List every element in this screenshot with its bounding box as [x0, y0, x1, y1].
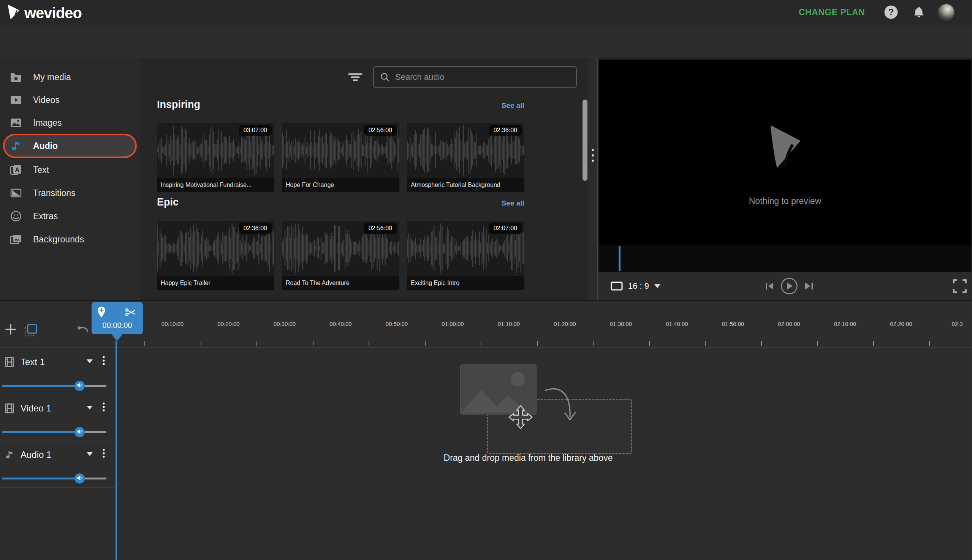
search-input[interactable] [394, 72, 572, 82]
ruler-tick [761, 341, 762, 346]
playhead-bubble[interactable]: 00:00:00 [92, 302, 143, 334]
playhead-time: 00:00:00 [92, 321, 143, 330]
sidebar-item-text[interactable]: AText [0, 158, 140, 182]
aspect-ratio-icon [611, 282, 623, 291]
aspect-ratio-selector[interactable]: 16 : 9 [611, 272, 660, 300]
dropzone-hint-text: Drag and drop media from the library abo… [376, 453, 680, 463]
ruler-time-label: 01:50:00 [722, 321, 744, 327]
audio-card[interactable]: 02:36:00Happy Epic Trailer [157, 221, 274, 290]
wevideo-logo[interactable]: wevideo [7, 4, 82, 22]
help-icon[interactable]: ? [884, 5, 898, 21]
see-all-link[interactable]: See all [502, 102, 524, 110]
video-preview-area: Nothing to preview [599, 60, 971, 245]
track-collapse-chevron-icon[interactable] [87, 359, 93, 363]
audio-card[interactable]: 02:56:00Road To The Adventure [282, 221, 399, 290]
resize-handle-dot [592, 154, 594, 157]
playhead-bubble-tail [112, 334, 122, 341]
playhead-line[interactable] [115, 341, 117, 560]
speaker-icon [77, 383, 82, 389]
panel-resize-handle[interactable] [588, 58, 597, 300]
track-collapse-chevron-icon[interactable] [87, 452, 93, 456]
sidebar-item-videos[interactable]: Videos [0, 88, 140, 112]
move-cursor-icon [509, 405, 533, 431]
top-bar: wevideo CHANGE PLAN ? [0, 0, 972, 25]
audio-card[interactable]: 03:07:00Inspiring Motivational Fundraise… [157, 123, 274, 192]
ruler-time-label: 02:10:00 [834, 321, 856, 327]
sidebar-item-label: Extras [33, 211, 58, 222]
add-marker-icon[interactable] [97, 306, 106, 320]
transition-icon [10, 187, 22, 200]
track-volume-slider[interactable] [2, 381, 107, 391]
audio-card-title: Exciting Epic Intro [407, 276, 524, 290]
track-audio-1: Audio 1 [0, 442, 115, 487]
ruler-time-label: 01:20:00 [554, 321, 576, 327]
volume-slider-thumb[interactable] [75, 381, 85, 391]
audio-card-title: Atmospheric Tutorial Background [407, 178, 524, 192]
search-box [373, 66, 577, 88]
track-menu-icon[interactable] [102, 355, 106, 370]
ruler-time-label: 02:00:00 [778, 321, 800, 327]
volume-filled [2, 478, 79, 480]
sidebar-item-my-media[interactable]: My media [0, 65, 140, 89]
preview-seek-bar[interactable] [599, 245, 971, 272]
film-icon [4, 403, 15, 414]
sidebar-item-label: Audio [33, 141, 58, 151]
audio-library-panel: InspiringSee all03:07:00Inspiring Motiva… [140, 58, 588, 300]
audio-card[interactable]: 02:56:00Hope For Change [282, 123, 399, 192]
next-frame-button[interactable] [804, 282, 814, 290]
split-scissors-icon[interactable] [125, 308, 136, 318]
notifications-bell-icon[interactable] [913, 6, 925, 20]
ruler-tick [929, 341, 930, 346]
image-icon [10, 116, 22, 129]
ruler-time-label: 02:20:00 [890, 321, 912, 327]
sidebar-item-extras[interactable]: Extras [0, 204, 140, 228]
preview-panel: Nothing to preview 16 : 9 [597, 58, 972, 300]
track-collapse-chevron-icon[interactable] [87, 406, 93, 410]
track-header: Video 1 [0, 399, 115, 418]
ruler-tick [817, 341, 818, 346]
sidebar-item-label: Text [33, 165, 49, 175]
previous-frame-button[interactable] [765, 282, 774, 290]
ruler-time-label: 01:40:00 [666, 321, 688, 327]
sidebar-item-images[interactable]: Images [0, 111, 140, 135]
track-menu-icon[interactable] [102, 402, 106, 417]
track-divider [0, 487, 115, 488]
user-avatar[interactable] [937, 3, 955, 21]
track-divider [0, 395, 115, 395]
ruler-time-label: 01:00:00 [442, 321, 463, 327]
filter-icon[interactable] [348, 72, 363, 84]
fullscreen-icon[interactable] [953, 279, 967, 295]
track-menu-icon[interactable] [102, 448, 106, 463]
sidebar-item-label: Videos [33, 95, 60, 105]
duration-badge: 02:56:00 [364, 125, 397, 136]
library-scrollbar[interactable] [582, 100, 587, 181]
change-plan-link[interactable]: CHANGE PLAN [799, 0, 865, 25]
timeline-ruler[interactable]: 00:10:0000:20:0000:30:0000:40:0000:50:00… [0, 301, 972, 347]
sidebar-item-transitions[interactable]: Transitions [0, 181, 140, 205]
ruler-tick [201, 341, 202, 346]
audio-card[interactable]: 02:07:00Exciting Epic Intro [407, 221, 524, 290]
track-video-1: Video 1 [0, 395, 115, 441]
track-volume-slider[interactable] [2, 427, 107, 437]
volume-slider-thumb[interactable] [75, 427, 85, 437]
ruler-tick [705, 341, 705, 346]
audio-card-title: Inspiring Motivational Fundraise... [157, 178, 274, 192]
video-icon [10, 93, 22, 107]
nothing-to-preview-text: Nothing to preview [599, 196, 971, 206]
see-all-link[interactable]: See all [502, 199, 524, 207]
ruler-tick [313, 341, 313, 346]
preview-controls-bar: 16 : 9 [598, 272, 972, 300]
audio-card[interactable]: 02:36:00Atmospheric Tutorial Background [407, 123, 524, 192]
backgrounds-icon [10, 233, 22, 246]
track-volume-slider[interactable] [2, 473, 107, 483]
volume-slider-thumb[interactable] [75, 473, 85, 483]
ruler-time-label: 01:30:00 [610, 321, 632, 327]
media-sidebar: My mediaVideosImagesAudioATextTransition… [0, 58, 140, 300]
play-button[interactable] [780, 277, 798, 295]
sun-icon [511, 372, 525, 387]
ruler-time-label: 00:20:00 [217, 321, 239, 327]
track-divider [0, 441, 115, 442]
track-name: Text 1 [20, 357, 45, 367]
sidebar-item-audio[interactable]: Audio [3, 134, 137, 158]
sidebar-item-backgrounds[interactable]: Backgrounds [0, 228, 140, 251]
